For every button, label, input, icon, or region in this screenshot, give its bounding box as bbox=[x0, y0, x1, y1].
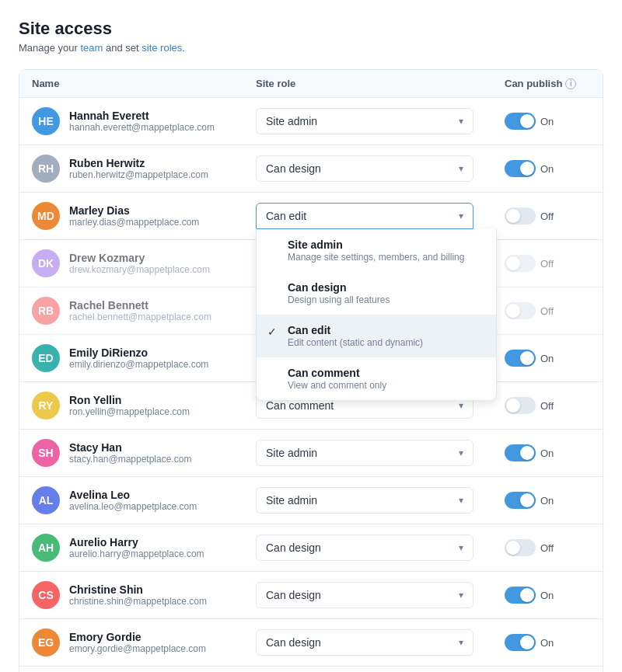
user-name: Ron Yellin bbox=[69, 394, 190, 406]
toggle-label: Off bbox=[540, 542, 554, 554]
user-info: Ruben Herwitzruben.herwitz@mappetplace.c… bbox=[69, 157, 208, 180]
avatar: RH bbox=[32, 155, 60, 183]
toggle-switch[interactable] bbox=[505, 350, 536, 367]
dropdown-option-can_comment[interactable]: Can commentView and comment only bbox=[257, 357, 496, 400]
user-name: Ruben Herwitz bbox=[69, 157, 208, 169]
role-select: Can design▾ bbox=[256, 582, 505, 608]
user-cell: EGEmory Gordieemory.gordie@mappetplace.c… bbox=[32, 628, 256, 656]
dropdown-option-can_edit[interactable]: ✓Can editEdit content (static and dynami… bbox=[257, 315, 496, 357]
toggle-switch[interactable] bbox=[505, 113, 536, 130]
user-name: Stacy Han bbox=[69, 441, 191, 454]
dropdown-option-site_admin[interactable]: Site adminManage site settings, members,… bbox=[257, 229, 496, 272]
can-publish-column-header: Can publish i bbox=[505, 78, 590, 89]
toggle-label: Off bbox=[540, 258, 554, 270]
chevron-down-icon: ▾ bbox=[459, 637, 463, 648]
avatar: HE bbox=[32, 107, 60, 135]
chevron-down-icon: ▾ bbox=[459, 590, 463, 601]
role-label: Can comment bbox=[266, 399, 334, 412]
role-label: Can design bbox=[266, 541, 321, 554]
dropdown-option-label: Site admin bbox=[288, 239, 484, 251]
toggle-switch[interactable] bbox=[505, 160, 536, 177]
user-cell: MDMarley Diasmarley.dias@mappetplace.com bbox=[32, 202, 256, 230]
dropdown-option-label: Can comment bbox=[288, 367, 484, 379]
toggle-switch[interactable] bbox=[505, 634, 536, 651]
site-role-column-header: Site role bbox=[256, 78, 505, 89]
toggle-switch[interactable] bbox=[505, 587, 536, 604]
user-cell: RBRachel Bennettrachel.bennett@mappetpla… bbox=[32, 297, 256, 325]
can-publish-toggle: On bbox=[505, 113, 590, 130]
user-email: stacy.han@mappetplace.com bbox=[69, 454, 191, 465]
role-select: Site admin▾ bbox=[256, 440, 505, 466]
avatar: ED bbox=[32, 344, 60, 372]
role-label: Can design bbox=[266, 162, 321, 175]
table-row: AHAurelio Harryaurelio.harry@mappetplace… bbox=[19, 524, 603, 572]
user-info: Rachel Bennettrachel.bennett@mappetplace… bbox=[69, 299, 211, 322]
can-publish-toggle: Off bbox=[505, 207, 590, 225]
toggle-switch[interactable] bbox=[505, 492, 536, 509]
table-row: RHRuben Herwitzruben.herwitz@mappetplace… bbox=[19, 145, 603, 193]
user-email: emory.gordie@mappetplace.com bbox=[69, 643, 206, 654]
user-email: ruben.herwitz@mappetplace.com bbox=[69, 169, 208, 180]
table-row: ALAvelina Leoavelina.leo@mappetplace.com… bbox=[19, 477, 603, 524]
toggle-switch[interactable] bbox=[505, 302, 536, 319]
table-row: EGEmory Gordieemory.gordie@mappetplace.c… bbox=[19, 619, 603, 667]
table-row: MDMarley Diasmarley.dias@mappetplace.com… bbox=[19, 193, 603, 240]
user-info: Christine Shinchristine.shin@mappetplace… bbox=[69, 583, 207, 607]
user-info: Avelina Leoavelina.leo@mappetplace.com bbox=[69, 489, 197, 512]
table-row: SHStacy Hanstacy.han@mappetplace.comSite… bbox=[19, 430, 603, 477]
user-name: Marley Dias bbox=[69, 204, 199, 217]
chevron-down-icon: ▾ bbox=[459, 116, 463, 127]
role-select-button[interactable]: Can design▾ bbox=[256, 534, 473, 561]
user-info: Ron Yellinron.yellin@mappetplace.com bbox=[69, 394, 190, 417]
role-select-button[interactable]: Can edit▾ bbox=[256, 203, 473, 229]
site-roles-link[interactable]: site roles bbox=[142, 42, 182, 54]
toggle-label: On bbox=[540, 116, 554, 127]
role-select-button[interactable]: Can design▾ bbox=[256, 629, 473, 656]
dropdown-option-can_design[interactable]: Can designDesign using all features bbox=[257, 272, 496, 315]
user-cell: EDEmily DiRienzoemily.dirienzo@mappetpla… bbox=[32, 344, 256, 372]
user-name: Aurelio Harry bbox=[69, 536, 204, 548]
can-publish-info-icon[interactable]: i bbox=[565, 78, 576, 89]
avatar: AH bbox=[32, 534, 60, 562]
user-email: drew.kozmary@mappetplace.com bbox=[69, 264, 210, 275]
team-link[interactable]: team bbox=[81, 42, 103, 54]
role-select-button[interactable]: Can design▾ bbox=[256, 582, 473, 608]
toggle-switch[interactable] bbox=[505, 397, 536, 414]
user-info: Drew Kozmarydrew.kozmary@mappetplace.com bbox=[69, 252, 210, 275]
role-select-button[interactable]: Site admin▾ bbox=[256, 440, 473, 466]
avatar: CS bbox=[32, 581, 60, 609]
dropdown-option-description: Edit content (static and dynamic) bbox=[288, 337, 484, 348]
role-select: Site admin▾ bbox=[256, 487, 505, 514]
role-select-button[interactable]: Site admin▾ bbox=[256, 108, 473, 134]
can-publish-toggle: On bbox=[505, 587, 590, 604]
user-name: Emily DiRienzo bbox=[69, 346, 208, 359]
table-row: STSimonne Tamsinsimonne.tamsin@mappetpla… bbox=[19, 667, 603, 672]
toggle-switch[interactable] bbox=[505, 539, 536, 556]
user-name: Emory Gordie bbox=[69, 631, 206, 643]
toggle-switch[interactable] bbox=[505, 255, 536, 272]
avatar: EG bbox=[32, 628, 60, 656]
user-cell: SHStacy Hanstacy.han@mappetplace.com bbox=[32, 439, 256, 467]
role-select-button[interactable]: Site admin▾ bbox=[256, 487, 473, 514]
role-select: Site admin▾ bbox=[256, 108, 505, 134]
user-email: christine.shin@mappetplace.com bbox=[69, 596, 207, 607]
role-label: Site admin bbox=[266, 115, 317, 127]
user-cell: RYRon Yellinron.yellin@mappetplace.com bbox=[32, 392, 256, 420]
table-body: HEHannah Everetthannah.everett@mappetpla… bbox=[19, 98, 603, 672]
can-publish-toggle: On bbox=[505, 634, 590, 651]
user-email: emily.dirienzo@mappetplace.com bbox=[69, 359, 208, 370]
user-name: Avelina Leo bbox=[69, 489, 197, 501]
role-select-button[interactable]: Can design▾ bbox=[256, 155, 473, 182]
can-publish-toggle: On bbox=[505, 350, 590, 367]
table-row: HEHannah Everetthannah.everett@mappetpla… bbox=[19, 98, 603, 145]
can-publish-toggle: Off bbox=[505, 397, 590, 414]
page-title: Site access bbox=[19, 19, 603, 39]
toggle-label: On bbox=[540, 495, 554, 507]
toggle-label: On bbox=[540, 637, 554, 649]
can-publish-toggle: Off bbox=[505, 539, 590, 556]
avatar: SH bbox=[32, 439, 60, 467]
toggle-label: On bbox=[540, 163, 554, 175]
toggle-switch[interactable] bbox=[505, 444, 536, 461]
role-select: Can edit▾Site adminManage site settings,… bbox=[256, 203, 505, 229]
toggle-switch[interactable] bbox=[505, 207, 536, 225]
